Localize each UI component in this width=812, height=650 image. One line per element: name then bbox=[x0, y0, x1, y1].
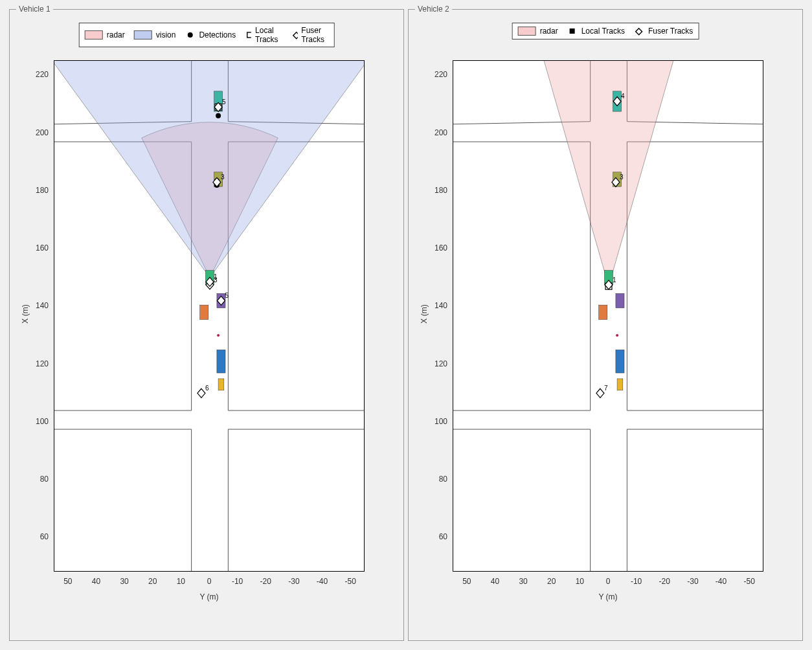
svg-rect-66 bbox=[636, 28, 642, 35]
ylabel-1: X (m) bbox=[21, 304, 30, 323]
xlabel-1: Y (m) bbox=[199, 592, 218, 650]
ylabel-2: X (m) bbox=[420, 304, 429, 323]
svg-rect-65 bbox=[570, 28, 575, 34]
radar-swatch-icon bbox=[518, 27, 536, 36]
panel-vehicle-2: Vehicle 2 4317 50403020100-10-20-30-40-5… bbox=[408, 9, 803, 641]
legend-radar: radar bbox=[85, 30, 125, 39]
ticks-container-1: 50403020100-10-20-30-40-5060801001201401… bbox=[54, 60, 365, 572]
svg-rect-34 bbox=[247, 32, 251, 38]
figure: Vehicle 1 533156 50403020100-10-20-30-40… bbox=[0, 0, 812, 650]
legend-radar: radar bbox=[518, 27, 558, 36]
square-icon bbox=[567, 26, 578, 36]
legend-fuser-tracks: Fuser Tracks bbox=[291, 26, 329, 44]
diamond-icon bbox=[634, 26, 644, 36]
radar-swatch-icon bbox=[85, 30, 103, 39]
legend-local-tracks: Local Tracks bbox=[567, 26, 625, 36]
legend-fuser-tracks: Fuser Tracks bbox=[634, 26, 693, 36]
legend-detections: Detections bbox=[185, 30, 236, 40]
svg-point-33 bbox=[187, 32, 192, 38]
legend-vision: vision bbox=[134, 30, 176, 39]
legend-local-tracks: Local Tracks bbox=[245, 26, 282, 44]
panel-title-1: Vehicle 1 bbox=[16, 5, 53, 14]
svg-rect-35 bbox=[293, 32, 298, 39]
vision-swatch-icon bbox=[134, 30, 152, 39]
square-icon bbox=[245, 30, 251, 40]
legend-2: radar Local Tracks Fuser Tracks bbox=[512, 23, 699, 39]
legend-1: radar vision Detections Local Tracks Fus… bbox=[79, 23, 335, 47]
dot-icon bbox=[185, 30, 195, 40]
panel-vehicle-1: Vehicle 1 533156 50403020100-10-20-30-40… bbox=[9, 9, 404, 641]
panel-title-2: Vehicle 2 bbox=[415, 5, 452, 14]
ticks-container-2: 50403020100-10-20-30-40-5060801001201401… bbox=[453, 60, 763, 572]
diamond-icon bbox=[291, 30, 298, 40]
xlabel-2: Y (m) bbox=[598, 592, 617, 650]
